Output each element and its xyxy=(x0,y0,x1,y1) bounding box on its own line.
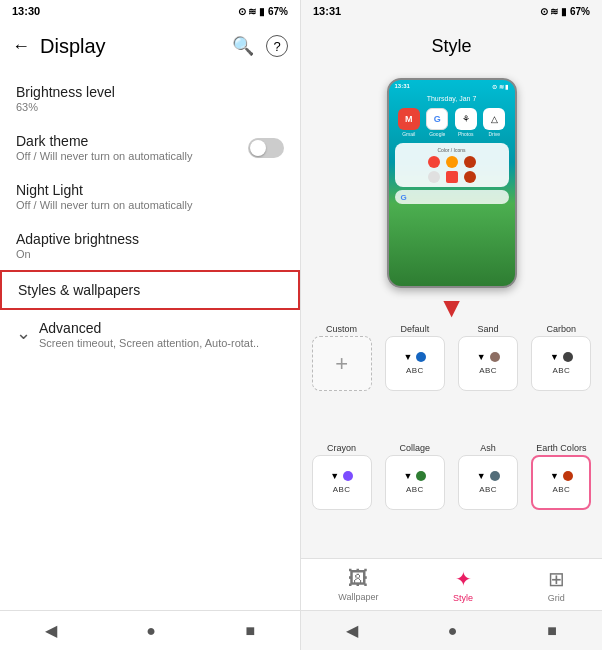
right-status-bar: 13:31 ⊙ ≋ ▮ 67% xyxy=(301,0,602,22)
brightness-subtitle: 63% xyxy=(16,101,284,113)
ash-label: Ash xyxy=(480,443,496,453)
brightness-title: Brightness level xyxy=(16,84,284,100)
crayon-label: Crayon xyxy=(327,443,356,453)
phone-mockup: 13:31 ⊙ ≋ ▮ Thursday, Jan 7 M Gmail G Go… xyxy=(387,78,517,288)
crayon-icons-row: ▼ xyxy=(330,471,353,481)
carbon-icons-row: ▼ xyxy=(550,352,573,362)
earth-colors-label: Earth Colors xyxy=(536,443,586,453)
phone-app-gmail: M Gmail xyxy=(397,108,422,137)
custom-label: Custom xyxy=(326,324,357,334)
style-item-sand[interactable]: Sand ▼ ABC xyxy=(454,324,523,439)
style-item-carbon[interactable]: Carbon ▼ ABC xyxy=(527,324,596,439)
collage-label: Collage xyxy=(400,443,431,453)
custom-card[interactable]: + xyxy=(312,336,372,391)
style-item-earth-colors[interactable]: Earth Colors ▼ ABC xyxy=(527,443,596,558)
phone-icons-grid: M Gmail G Google ⚘ Photos △ Drive xyxy=(389,104,515,141)
right-panel: 13:31 ⊙ ≋ ▮ 67% Style 13:31 ⊙ ≋ ▮ Thursd… xyxy=(301,0,602,650)
right-page-title: Style xyxy=(431,36,471,57)
earth-circle xyxy=(563,471,573,481)
google-icon: G xyxy=(426,108,448,130)
carbon-wifi-icon: ▼ xyxy=(550,352,559,362)
sand-abc: ABC xyxy=(479,366,497,375)
default-card[interactable]: ▼ ABC xyxy=(385,336,445,391)
default-label: Default xyxy=(401,324,430,334)
photos-icon: ⚘ xyxy=(455,108,477,130)
phone-app-drive: △ Drive xyxy=(482,108,507,137)
adaptive-title: Adaptive brightness xyxy=(16,231,284,247)
phone-color-red2 xyxy=(446,171,458,183)
arrow-container: ▼ xyxy=(301,292,602,324)
collage-card[interactable]: ▼ ABC xyxy=(385,455,445,510)
back-nav-button[interactable]: ◀ xyxy=(33,617,69,644)
settings-item-brightness[interactable]: Brightness level 63% xyxy=(0,74,300,123)
collage-abc: ABC xyxy=(406,485,424,494)
collage-wifi-icon: ▼ xyxy=(403,471,412,481)
right-nav-bar: ◀ ● ■ xyxy=(301,610,602,650)
settings-item-advanced[interactable]: ⌄ Advanced Screen timeout, Screen attent… xyxy=(0,310,300,359)
tab-style[interactable]: ✦ Style xyxy=(445,563,481,607)
styles-title: Styles & wallpapers xyxy=(18,282,282,298)
settings-item-dark-theme[interactable]: Dark theme Off / Will never turn on auto… xyxy=(0,123,300,172)
phone-status: 13:31 ⊙ ≋ ▮ xyxy=(389,80,515,93)
adaptive-subtitle: On xyxy=(16,248,284,260)
ash-abc: ABC xyxy=(479,485,497,494)
grid-tab-icon: ⊞ xyxy=(548,567,565,591)
sand-label: Sand xyxy=(478,324,499,334)
right-recents-nav-button[interactable]: ■ xyxy=(535,618,569,644)
style-item-collage[interactable]: Collage ▼ ABC xyxy=(380,443,449,558)
default-abc: ABC xyxy=(406,366,424,375)
phone-color-light xyxy=(428,171,440,183)
carbon-abc: ABC xyxy=(552,366,570,375)
carbon-card[interactable]: ▼ ABC xyxy=(531,336,591,391)
advanced-subtitle: Screen timeout, Screen attention, Auto-r… xyxy=(39,337,259,349)
tab-wallpaper[interactable]: 🖼 Wallpaper xyxy=(330,563,386,606)
recents-nav-button[interactable]: ■ xyxy=(234,618,268,644)
page-title: Display xyxy=(40,35,222,58)
tab-grid[interactable]: ⊞ Grid xyxy=(540,563,573,607)
right-header: Style xyxy=(301,22,602,70)
phone-color-brown xyxy=(464,171,476,183)
home-nav-button[interactable]: ● xyxy=(134,618,168,644)
back-icon[interactable]: ← xyxy=(12,36,30,57)
search-icon[interactable]: 🔍 xyxy=(232,35,254,57)
right-time: 13:31 xyxy=(313,5,341,17)
settings-item-night-light[interactable]: Night Light Off / Will never turn on aut… xyxy=(0,172,300,221)
crayon-card[interactable]: ▼ ABC xyxy=(312,455,372,510)
drive-icon: △ xyxy=(483,108,505,130)
style-tab-icon: ✦ xyxy=(455,567,472,591)
earth-wifi-icon: ▼ xyxy=(550,471,559,481)
sand-wifi-icon: ▼ xyxy=(477,352,486,362)
chevron-down-icon: ⌄ xyxy=(16,322,31,344)
phone-color-red xyxy=(428,156,440,168)
dark-theme-toggle[interactable] xyxy=(248,138,284,158)
ash-icons-row: ▼ xyxy=(477,471,500,481)
default-wifi-icon: ▼ xyxy=(403,352,412,362)
right-home-nav-button[interactable]: ● xyxy=(436,618,470,644)
settings-item-adaptive[interactable]: Adaptive brightness On xyxy=(0,221,300,270)
settings-item-styles[interactable]: Styles & wallpapers xyxy=(0,270,300,310)
style-item-crayon[interactable]: Crayon ▼ ABC xyxy=(307,443,376,558)
ash-wifi-icon: ▼ xyxy=(477,471,486,481)
phone-color-row xyxy=(399,156,505,168)
left-nav-bar: ◀ ● ■ xyxy=(0,610,300,650)
phone-app-google: G Google xyxy=(425,108,450,137)
left-status-bar: 13:30 ⊙ ≋ ▮ 67% xyxy=(0,0,300,22)
style-item-custom[interactable]: Custom + xyxy=(307,324,376,439)
night-light-subtitle: Off / Will never turn on automatically xyxy=(16,199,284,211)
header-icons: 🔍 ? xyxy=(232,35,288,57)
left-time: 13:30 xyxy=(12,5,40,17)
help-icon[interactable]: ? xyxy=(266,35,288,57)
phone-status-icons: ⊙ ≋ ▮ xyxy=(492,83,508,90)
ash-card[interactable]: ▼ ABC xyxy=(458,455,518,510)
dark-theme-title: Dark theme xyxy=(16,133,192,149)
ash-circle xyxy=(490,471,500,481)
right-back-nav-button[interactable]: ◀ xyxy=(334,617,370,644)
default-icons-row: ▼ xyxy=(403,352,426,362)
phone-date: Thursday, Jan 7 xyxy=(389,93,515,104)
style-item-default[interactable]: Default ▼ ABC xyxy=(380,324,449,439)
right-status-icons: ⊙ ≋ ▮ 67% xyxy=(540,6,590,17)
style-options-grid: Custom + Default ▼ ABC Sand ▼ xyxy=(301,324,602,558)
earth-colors-card[interactable]: ▼ ABC xyxy=(531,455,591,510)
style-item-ash[interactable]: Ash ▼ ABC xyxy=(454,443,523,558)
sand-card[interactable]: ▼ ABC xyxy=(458,336,518,391)
